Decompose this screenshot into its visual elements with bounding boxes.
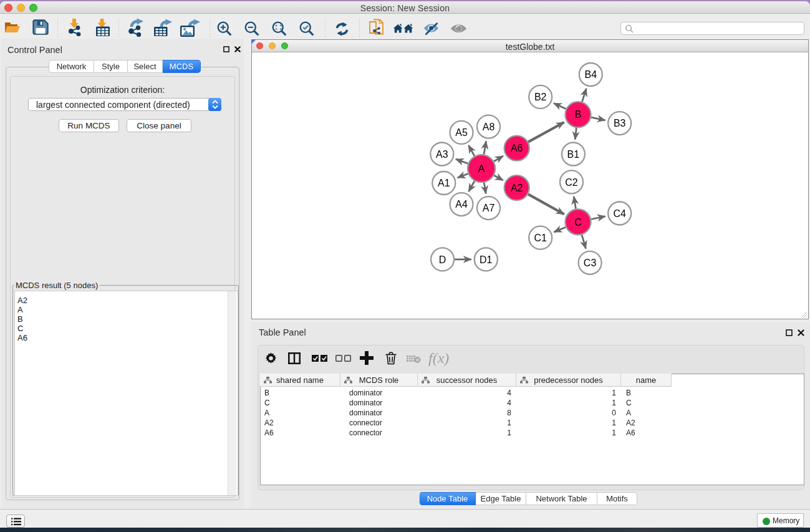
svg-text:A1: A1 <box>438 178 450 188</box>
svg-text:C2: C2 <box>565 177 578 188</box>
svg-text:B4: B4 <box>585 69 597 80</box>
svg-text:A7: A7 <box>483 203 495 213</box>
svg-text:A: A <box>478 163 485 174</box>
svg-text:A8: A8 <box>483 122 495 132</box>
svg-text:D1: D1 <box>480 254 493 265</box>
svg-text:B2: B2 <box>534 92 547 102</box>
svg-text:A3: A3 <box>436 149 448 160</box>
svg-text:A2: A2 <box>511 183 523 193</box>
svg-text:A4: A4 <box>455 199 468 210</box>
svg-text:C1: C1 <box>534 233 547 243</box>
svg-text:B1: B1 <box>567 149 580 160</box>
svg-text:B3: B3 <box>614 118 626 128</box>
svg-text:C: C <box>574 217 582 228</box>
svg-text:A6: A6 <box>511 143 523 153</box>
svg-text:A5: A5 <box>455 127 468 138</box>
svg-text:D: D <box>439 254 446 265</box>
svg-text:B: B <box>575 109 582 120</box>
svg-text:C4: C4 <box>613 208 626 219</box>
svg-text:C3: C3 <box>584 258 597 268</box>
